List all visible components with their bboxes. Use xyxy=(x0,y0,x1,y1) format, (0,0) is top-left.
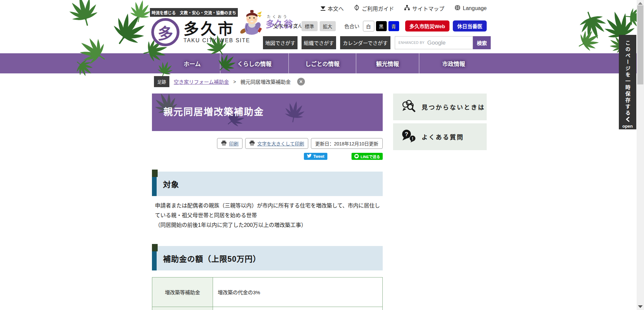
printer-icon xyxy=(249,140,255,147)
scrollbar[interactable] xyxy=(637,0,644,310)
nav-item-home[interactable]: ホーム xyxy=(164,53,220,73)
color-blue-button[interactable]: 青 xyxy=(388,21,399,31)
search-by-map-button[interactable]: 地図でさがす xyxy=(263,36,298,49)
svg-text:!: ! xyxy=(412,136,413,141)
updated-date: 更新日：2018年12月10日更新 xyxy=(311,138,383,149)
tweet-button[interactable]: Tweet xyxy=(304,153,327,160)
subsidy-table: 増改築等補助金 増改築の代金の3% xyxy=(152,277,383,310)
section-heading: 対象 xyxy=(163,172,179,196)
page-title-banner: 親元同居増改築補助金 xyxy=(152,94,383,131)
breadcrumb-badge: 足跡 xyxy=(154,76,169,87)
usage-guide-link[interactable]: ご利用ガイド xyxy=(354,4,394,12)
heading-corner-square xyxy=(152,170,158,177)
twitter-bird-icon xyxy=(307,154,312,159)
svg-text:?: ? xyxy=(405,131,408,137)
font-size-standard-button[interactable]: 標準 xyxy=(302,21,318,31)
sidebar-item-faq[interactable]: ?! よくある質問 xyxy=(393,123,487,150)
sidebar-item-not-found[interactable]: 見つからないときは xyxy=(393,94,487,120)
body-paragraph: 申請者または配偶者の親族（三親等以内）が市内に所有する住宅を増改築して、市内に居… xyxy=(155,201,383,220)
usage-guide-label: ご利用ガイド xyxy=(362,4,394,12)
nav-item-government[interactable]: 市政情報 xyxy=(419,53,488,73)
skip-to-content-label: 本文へ xyxy=(328,4,344,12)
heading-left-bar xyxy=(152,251,157,270)
heading-left-bar xyxy=(152,177,157,196)
holiday-doctor-button[interactable]: 休日当番医 xyxy=(453,20,487,32)
language-link[interactable]: Language xyxy=(454,4,487,12)
search-placeholder-brand: Google xyxy=(427,40,446,46)
city-emblem-icon: 多 xyxy=(151,18,179,46)
search-placeholder-prefix: ENHANCED BY xyxy=(398,41,425,45)
sidebar-item-label: 見つからないときは xyxy=(422,103,485,111)
disaster-web-button[interactable]: 多久市防災Web xyxy=(405,20,449,32)
scrollbar-thumb[interactable] xyxy=(637,5,643,84)
down-arrow-icon xyxy=(321,6,325,11)
page-title: 親元同居増改築補助金 xyxy=(152,94,383,131)
share-row: Tweet LINEで送る xyxy=(152,153,383,160)
table-row-value xyxy=(213,307,383,310)
chevron-left-icon xyxy=(626,117,630,123)
breadcrumb: 足跡 空き家リフォーム補助金 > 親元同居増改築補助金 × xyxy=(154,76,305,87)
sitemap-label: サイトマップ xyxy=(412,4,444,12)
breadcrumb-separator: > xyxy=(233,79,236,84)
beginner-mark-icon xyxy=(354,5,360,12)
save-page-tab[interactable]: このページを一時保存する open xyxy=(619,35,636,129)
section-body: 申請者または配偶者の親族（三親等以内）が市内に所有する住宅を増改築して、市内に居… xyxy=(155,201,383,230)
print-large-label: 文字を大きくして印刷 xyxy=(257,140,304,147)
accessibility-controls: 文字サイズ 標準 拡大 色合い 白 黒 青 多久市防災Web 休日当番医 xyxy=(273,20,487,32)
sitemap-icon xyxy=(404,5,410,12)
font-size-large-button[interactable]: 拡大 xyxy=(320,21,336,31)
table-row-value: 増改築の代金の3% xyxy=(213,277,383,307)
print-label: 印刷 xyxy=(229,140,238,147)
heading-corner-square xyxy=(152,244,158,251)
nav-item-tourism[interactable]: 観光情報 xyxy=(356,53,419,73)
line-share-label: LINEで送る xyxy=(361,154,380,159)
faq-icon: ?! xyxy=(401,129,416,144)
section-heading: 補助金の額（上限50万円） xyxy=(163,246,261,270)
scroll-up-arrow-icon[interactable] xyxy=(638,2,643,5)
print-large-button[interactable]: 文字を大きくして印刷 xyxy=(245,138,308,149)
language-label: Language xyxy=(463,5,487,11)
font-size-label: 文字サイズ xyxy=(273,22,298,29)
table-row-label: 増改築等補助金 xyxy=(152,277,213,307)
breadcrumb-current: 親元同居増改築補助金 xyxy=(240,78,291,85)
site-logo[interactable]: 多 多久市 TAKU CITY WEB SITE xyxy=(151,18,250,46)
nav-item-living[interactable]: くらしの情報 xyxy=(220,53,288,73)
search-row: 地図でさがす 組織でさがす カレンダーでさがす ENHANCED BY Goog… xyxy=(263,36,491,49)
site-search-input[interactable]: ENHANCED BY Google xyxy=(395,36,473,49)
breadcrumb-parent-link[interactable]: 空き家リフォーム補助金 xyxy=(174,78,229,85)
printer-icon xyxy=(221,140,227,147)
line-share-button[interactable]: LINEで送る xyxy=(352,153,383,160)
breadcrumb-close-icon[interactable]: × xyxy=(297,78,305,85)
save-page-tab-label: このページを一時保存する xyxy=(624,40,631,117)
search-by-org-button[interactable]: 組織でさがす xyxy=(302,36,336,49)
print-button[interactable]: 印刷 xyxy=(217,138,243,149)
skip-to-content-link[interactable]: 本文へ xyxy=(321,4,344,12)
section-target: 対象 xyxy=(152,170,383,196)
sidebar-item-label: よくある質問 xyxy=(422,132,464,141)
nav-item-work[interactable]: しごとの情報 xyxy=(288,53,356,73)
utility-bar: 本文へ ご利用ガイド サイトマップ Language xyxy=(321,4,487,12)
search-by-calendar-button[interactable]: カレンダーでさがす xyxy=(340,36,390,49)
section-subsidy-amount: 補助金の額（上限50万円） xyxy=(152,244,383,270)
site-tagline: 時流を感じる 文教・安心・交流・協働のまち xyxy=(150,8,238,17)
tweet-label: Tweet xyxy=(313,154,324,159)
site-subtitle: TAKU CITY WEB SITE xyxy=(183,38,250,44)
mascot-furigana: たくおう xyxy=(267,15,303,19)
search-submit-button[interactable]: 検索 xyxy=(473,36,491,49)
page: 本文へ ご利用ガイド サイトマップ Language 時流を感じる 文教・安心・… xyxy=(0,0,637,310)
color-white-button[interactable]: 白 xyxy=(363,21,374,32)
color-black-button[interactable]: 黒 xyxy=(376,21,387,31)
table-row-label xyxy=(152,307,213,310)
save-page-open-label: open xyxy=(622,124,633,129)
line-app-icon xyxy=(354,154,359,159)
table-row: 増改築等補助金 増改築の代金の3% xyxy=(152,277,383,307)
body-paragraph: （同居開始の前後1年以内に完了した200万以上の増改築工事） xyxy=(155,220,383,230)
search-help-icon xyxy=(401,100,416,114)
scroll-down-arrow-icon[interactable] xyxy=(638,305,643,308)
main-navigation: ホーム くらしの情報 しごとの情報 観光情報 市政情報 xyxy=(0,53,637,73)
print-row: 印刷 文字を大きくして印刷 更新日：2018年12月10日更新 xyxy=(152,138,383,149)
table-row xyxy=(152,307,383,310)
sitemap-link[interactable]: サイトマップ xyxy=(404,4,444,12)
color-scheme-label: 色合い xyxy=(344,22,360,29)
mascot-character-icon xyxy=(239,9,265,38)
